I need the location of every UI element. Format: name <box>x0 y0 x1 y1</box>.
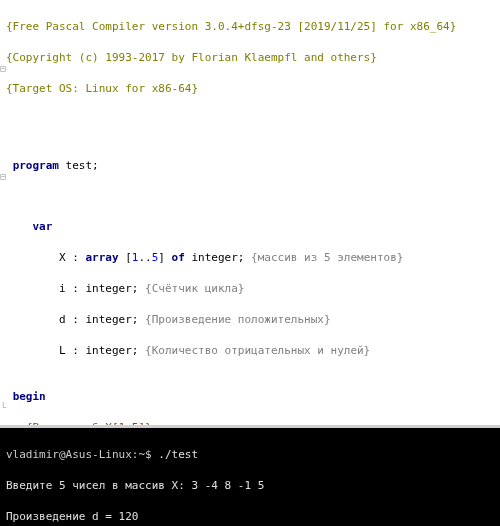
kw-array: array <box>85 251 118 264</box>
bracket: [ <box>119 251 132 264</box>
bracket: ] <box>158 251 171 264</box>
code-editor[interactable]: {Free Pascal Compiler version 3.0.4+dfsg… <box>0 0 500 428</box>
comment: {массив из 5 элементов} <box>251 251 403 264</box>
terminal[interactable]: vladimir@Asus-Linux:~$ ./test Введите 5 … <box>0 428 500 526</box>
compiler-header-1: {Free Pascal Compiler version 3.0.4+dfsg… <box>6 20 456 33</box>
comment: {Количество отрицательных и нулей} <box>145 344 370 357</box>
kw-begin: begin <box>13 390 46 403</box>
terminal-output: Произведение d = 120 <box>6 509 494 524</box>
decl-x: X : <box>6 251 85 264</box>
compiler-header-2: {Copyright (c) 1993-2017 by Florian Klae… <box>6 51 377 64</box>
comment: {Ввести таб X[1:5]} <box>26 421 152 428</box>
kw-program: program <box>13 159 59 172</box>
terminal-output: Введите 5 чисел в массив X: 3 -4 8 -1 5 <box>6 478 494 493</box>
compiler-header-3: {Target OS: Linux for x86-64} <box>6 82 198 95</box>
comment: {Произведение положительных} <box>145 313 330 326</box>
comment: {Счётчик цикла} <box>145 282 244 295</box>
type-integer: integer; <box>185 251 251 264</box>
fold-mark: ⊟ <box>0 170 6 184</box>
range-dots: .. <box>138 251 151 264</box>
decl-L: L : integer; <box>6 344 145 357</box>
terminal-prompt: vladimir@Asus-Linux:~$ <box>6 448 158 461</box>
fold-mark: ⊟ <box>0 62 6 76</box>
program-name: test; <box>59 159 99 172</box>
kw-var: var <box>33 220 53 233</box>
end-mark: └ <box>0 401 6 415</box>
decl-i: i : integer; <box>6 282 145 295</box>
decl-d: d : integer; <box>6 313 145 326</box>
terminal-command: ./test <box>158 448 198 461</box>
kw-of: of <box>172 251 185 264</box>
